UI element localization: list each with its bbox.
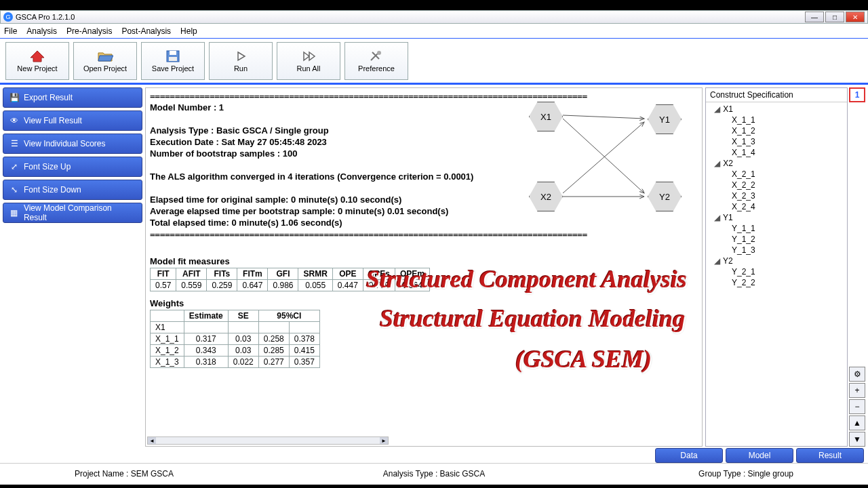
tree-leaf[interactable]: Y_1_1 (709, 223, 844, 234)
sidebar-font-up[interactable]: ⤢Font Size Up (3, 157, 142, 177)
run-button[interactable]: Run (209, 42, 273, 80)
run-all-button[interactable]: Run All (277, 42, 340, 80)
menu-bar: File Analysis Pre-Analysis Post-Analysis… (0, 24, 868, 39)
sidebar-view-scores[interactable]: ☰View Individual Scores (3, 134, 142, 154)
sidebar: 💾Export Result 👁View Full Result ☰View I… (3, 87, 142, 447)
fit-title: Model fit measures (150, 256, 698, 266)
weights-title: Weights (150, 298, 698, 308)
tree-group[interactable]: ◢ Y1 (709, 212, 844, 223)
weights-table: EstimateSE95%CIX1X_1_10.3170.030.2580.37… (150, 310, 320, 368)
model-count-badge[interactable]: 1 (849, 87, 865, 102)
collapse-icon: ⤡ (9, 184, 20, 195)
menu-post-analysis[interactable]: Post-Analysis (121, 26, 171, 36)
tree-leaf[interactable]: X_2_1 (709, 169, 844, 180)
scroll-right-icon[interactable]: ► (380, 437, 388, 444)
tree-leaf[interactable]: Y_1_3 (709, 245, 844, 256)
tree-leaf[interactable]: X_1_2 (709, 125, 844, 136)
home-icon (29, 49, 45, 63)
save-project-button[interactable]: Save Project (141, 42, 205, 80)
move-up-button[interactable]: ▲ (849, 415, 865, 430)
settings-button[interactable]: ⚙ (849, 367, 865, 382)
tab-data[interactable]: Data (655, 448, 723, 463)
sidebar-export-result[interactable]: 💾Export Result (3, 87, 142, 108)
maximize-button[interactable]: □ (825, 12, 844, 22)
tree-leaf[interactable]: X_1_1 (709, 115, 844, 125)
move-down-button[interactable]: ▼ (849, 432, 865, 447)
status-analysis: Analysis Type : Basic GSCA (314, 469, 553, 479)
status-project: Project Name : SEM GSCA (75, 469, 314, 479)
open-project-button[interactable]: Open Project (73, 42, 137, 80)
divider2: ========================================… (150, 229, 698, 239)
play-icon (233, 49, 249, 63)
eye-icon: 👁 (9, 115, 20, 126)
tree-group[interactable]: ◢ X1 (709, 104, 844, 115)
tab-result[interactable]: Result (796, 448, 864, 463)
save-icon: 💾 (9, 92, 20, 103)
menu-file[interactable]: File (4, 26, 17, 36)
svg-line-4 (563, 115, 644, 119)
sidebar-view-full[interactable]: 👁View Full Result (3, 110, 142, 131)
path-diagram: X1 X2 Y1 Y2 (526, 95, 695, 230)
sidebar-font-down[interactable]: ⤡Font Size Down (3, 180, 142, 200)
new-project-button[interactable]: New Project (5, 42, 69, 80)
svg-rect-2 (169, 57, 177, 61)
tree-leaf[interactable]: X_2_3 (709, 190, 844, 201)
grid-icon: ▦ (9, 207, 20, 218)
menu-help[interactable]: Help (180, 26, 197, 36)
folder-icon (97, 49, 113, 63)
tree-leaf[interactable]: X_2_4 (709, 201, 844, 212)
menu-pre-analysis[interactable]: Pre-Analysis (66, 26, 112, 36)
bottom-tabs: Data Model Result (0, 448, 868, 463)
svg-point-3 (377, 51, 381, 55)
tree-leaf[interactable]: X_1_3 (709, 136, 844, 147)
tree-leaf[interactable]: X_2_2 (709, 180, 844, 190)
tab-model[interactable]: Model (726, 448, 793, 463)
zoom-in-button[interactable]: + (849, 383, 865, 398)
tree-leaf[interactable]: Y_1_2 (709, 234, 844, 245)
fit-table: FITAFITFITsFITmGFISRMROPEOPEsOPEm 0.570.… (150, 268, 430, 291)
disk-icon (165, 49, 181, 63)
horizontal-scrollbar[interactable]: ◄ ► (147, 436, 389, 445)
tree-leaf[interactable]: Y_2_1 (709, 266, 844, 277)
zoom-out-button[interactable]: − (849, 399, 865, 414)
sidebar-model-comp[interactable]: ▦View Model Comparison Result (3, 203, 142, 223)
construct-header: Construct Specification (706, 88, 847, 102)
status-group: Group Type : Single group (554, 469, 793, 479)
status-bar: Project Name : SEM GSCA Analysis Type : … (0, 463, 868, 483)
close-button[interactable]: ✕ (846, 12, 865, 22)
svg-rect-1 (170, 51, 176, 55)
tree-group[interactable]: ◢ Y2 (709, 256, 844, 266)
list-icon: ☰ (9, 138, 20, 149)
toolbar: New Project Open Project Save Project Ru… (0, 39, 868, 85)
tree-leaf[interactable]: X_1_4 (709, 147, 844, 158)
title-bar: G GSCA Pro 1.2.1.0 — □ ✕ (0, 10, 868, 24)
result-pane: ========================================… (145, 87, 703, 447)
tools-icon (368, 49, 384, 63)
minimize-button[interactable]: — (805, 12, 824, 22)
svg-line-6 (563, 122, 644, 193)
tree-group[interactable]: ◢ X2 (709, 158, 844, 169)
menu-analysis[interactable]: Analysis (26, 26, 57, 36)
preference-button[interactable]: Preference (344, 42, 408, 80)
window-title: GSCA Pro 1.2.1.0 (16, 13, 75, 21)
gear-icon: ⚙ (854, 369, 861, 379)
app-icon: G (3, 12, 13, 22)
construct-panel: Construct Specification ◢ X1X_1_1X_1_2X_… (705, 87, 848, 447)
tree-leaf[interactable]: Y_2_2 (709, 277, 844, 288)
play-all-icon (300, 49, 317, 63)
expand-icon: ⤢ (9, 161, 20, 172)
scroll-left-icon[interactable]: ◄ (148, 437, 156, 444)
svg-line-5 (563, 119, 644, 193)
